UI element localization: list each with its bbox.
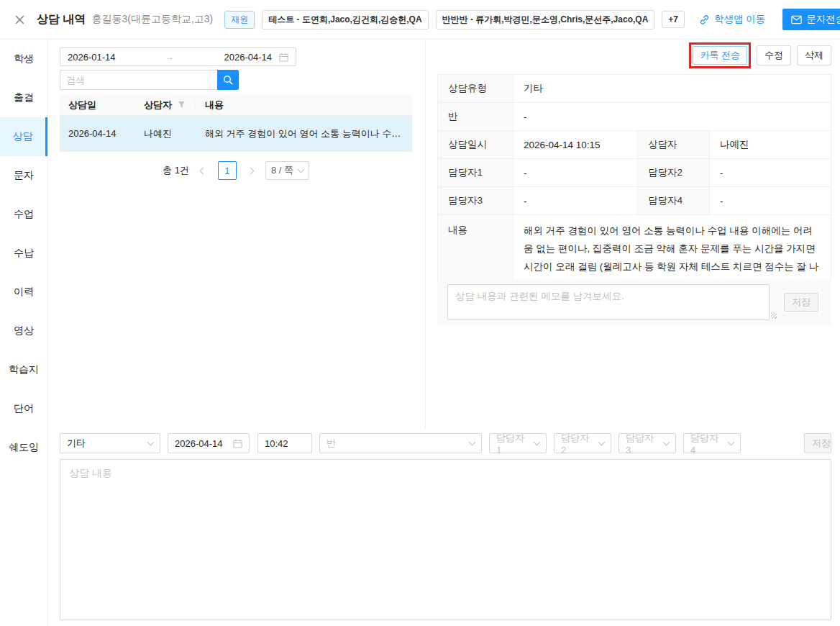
manager1-value: - <box>513 159 638 187</box>
search-bar <box>60 70 239 90</box>
envelope-icon <box>791 15 802 24</box>
date-from[interactable]: 2026-01-14 <box>68 52 116 63</box>
sidebar-item-sms[interactable]: 문자 <box>0 156 47 195</box>
memo-save-button[interactable]: 저장 <box>784 293 818 312</box>
chevron-right-icon <box>247 167 255 174</box>
pagination-next-button[interactable] <box>244 161 258 180</box>
consultation-row-selected[interactable]: 2026-04-14 나예진 해외 거주 경험이 있어 영어 소통 능력이나 수… <box>60 116 412 152</box>
search-button[interactable] <box>217 70 239 90</box>
manager2-label: 담당자2 <box>638 159 710 187</box>
class-select[interactable]: 반 <box>319 433 482 453</box>
page-size-select[interactable]: 8 / 쪽 <box>265 161 309 180</box>
student-app-link[interactable]: 학생앱 이동 <box>699 13 765 26</box>
chevron-down-icon <box>598 438 606 445</box>
filter-icon[interactable] <box>178 101 186 109</box>
manager4-select[interactable]: 담당자4 <box>683 433 741 453</box>
sms-send-button[interactable]: 문자전송 <box>782 9 840 30</box>
consult-content-textarea[interactable] <box>60 459 831 620</box>
type-value: 기타 <box>513 75 831 103</box>
memo-textarea[interactable] <box>447 284 770 320</box>
chevron-down-icon <box>663 438 670 445</box>
consult-time-value: 10:42 <box>265 438 305 449</box>
sidebar-item-vocabulary[interactable]: 단어 <box>0 389 47 428</box>
form-save-button[interactable]: 저장 <box>804 433 831 453</box>
sidebar-item-counseling[interactable]: 상담 <box>0 117 47 156</box>
datetime-label: 상담일시 <box>438 131 513 159</box>
consultation-history-window: 상담 내역 홍길동3(대륜고등학교,고3) 재원 테스트 - 도연희,Jaco,… <box>0 0 840 626</box>
chevron-left-icon <box>200 167 207 174</box>
class-value: - <box>513 103 831 131</box>
manager3-placeholder: 담당자3 <box>626 432 659 455</box>
sidebar-item-class[interactable]: 수업 <box>0 195 47 234</box>
consultation-detail-table: 상담유형 기타 반 - 상담일시 2026-04-14 10:15 상담자 나예… <box>437 74 831 302</box>
chevron-down-icon <box>298 165 305 173</box>
search-input[interactable] <box>60 70 217 90</box>
window-header: 상담 내역 홍길동3(대륜고등학교,고3) 재원 테스트 - 도연희,Jaco,… <box>0 0 840 40</box>
column-header-date: 상담일 <box>60 99 135 112</box>
consult-date-value: 2026-04-14 <box>175 438 228 449</box>
pagination-page-1[interactable]: 1 <box>218 161 237 180</box>
sidebar-item-attendance[interactable]: 출결 <box>0 78 47 117</box>
consult-date-picker[interactable]: 2026-04-14 <box>168 433 250 453</box>
sidebar-item-history[interactable]: 이력 <box>0 273 47 312</box>
date-range-picker[interactable]: 2026-01-14 → 2026-04-14 <box>60 47 296 66</box>
sidebar-item-video[interactable]: 영상 <box>0 312 47 350</box>
manager3-select[interactable]: 담당자3 <box>618 433 676 453</box>
counselor-label: 상담자 <box>638 131 710 159</box>
manager2-placeholder: 담당자2 <box>561 432 594 455</box>
class-tag: 반반반 - 류가휘,박경민,문소영,Chris,문선주,Jaco,QA <box>436 10 655 30</box>
calendar-icon <box>279 53 288 62</box>
more-classes-badge[interactable]: +7 <box>662 11 685 28</box>
memo-section: 저장 <box>437 280 831 325</box>
manager3-value: - <box>513 187 638 215</box>
resize-handle-icon[interactable] <box>771 313 777 319</box>
pagination-prev-button[interactable] <box>196 161 211 180</box>
chevron-down-icon <box>534 438 541 445</box>
delete-button[interactable]: 삭제 <box>797 45 831 65</box>
page-title: 상담 내역 <box>37 12 86 27</box>
chevron-down-icon <box>728 438 735 445</box>
consult-type-value: 기타 <box>67 437 143 450</box>
sidebar-item-shadowing[interactable]: 쉐도잉 <box>0 428 47 467</box>
consult-time-input[interactable]: 10:42 <box>257 433 312 453</box>
sidebar-item-student[interactable]: 학생 <box>0 40 47 78</box>
panel-divider <box>425 40 426 428</box>
consult-type-select[interactable]: 기타 <box>60 433 160 453</box>
kakao-send-button[interactable]: 카톡 전송 <box>693 46 747 65</box>
detail-row-class: 반 - <box>438 103 831 131</box>
manager1-select[interactable]: 담당자1 <box>489 433 547 453</box>
date-to[interactable]: 2026-04-14 <box>224 52 273 63</box>
class-tag: 테스트 - 도연희,Jaco,김건희,김승헌,QA <box>262 10 428 30</box>
column-header-content: 내용 <box>194 99 412 111</box>
chevron-down-icon <box>147 438 155 445</box>
list-header: 상담일 상담자 내용 <box>60 94 412 116</box>
sms-send-label: 문자전송 <box>806 13 840 26</box>
type-label: 상담유형 <box>438 75 513 103</box>
date-range-arrow-icon: → <box>123 52 217 62</box>
class-label: 반 <box>438 103 513 131</box>
close-icon[interactable] <box>14 12 25 27</box>
edit-button[interactable]: 수정 <box>757 45 791 65</box>
class-select-placeholder: 반 <box>327 437 465 450</box>
manager4-placeholder: 담당자4 <box>690 432 723 455</box>
manager2-select[interactable]: 담당자2 <box>554 433 611 453</box>
detail-actions: 카톡 전송 수정 삭제 <box>437 40 831 71</box>
datetime-value: 2026-04-14 10:15 <box>513 131 638 159</box>
chevron-down-icon <box>469 438 476 445</box>
column-header-counselor: 상담자 <box>135 99 194 112</box>
detail-row-datetime: 상담일시 2026-04-14 10:15 상담자 나예진 <box>438 131 831 159</box>
manager3-label: 담당자3 <box>438 187 513 215</box>
consultation-list: 상담일 상담자 내용 2026-04-14 나예진 해외 거주 경험이 있어 영… <box>60 94 412 152</box>
pagination-total: 총 1건 <box>163 164 189 177</box>
student-app-link-label: 학생앱 이동 <box>714 13 765 26</box>
sidebar-item-payment[interactable]: 수납 <box>0 234 47 273</box>
column-header-counselor-label: 상담자 <box>144 99 172 112</box>
calendar-icon <box>233 439 242 448</box>
manager1-placeholder: 담당자1 <box>496 432 529 455</box>
row-date: 2026-04-14 <box>60 128 135 139</box>
manager1-label: 담당자1 <box>438 159 513 187</box>
manager4-label: 담당자4 <box>638 187 710 215</box>
student-info: 홍길동3(대륜고등학교,고3) <box>91 13 213 26</box>
counselor-value: 나예진 <box>710 131 831 159</box>
sidebar-item-worksheet[interactable]: 학습지 <box>0 350 47 389</box>
